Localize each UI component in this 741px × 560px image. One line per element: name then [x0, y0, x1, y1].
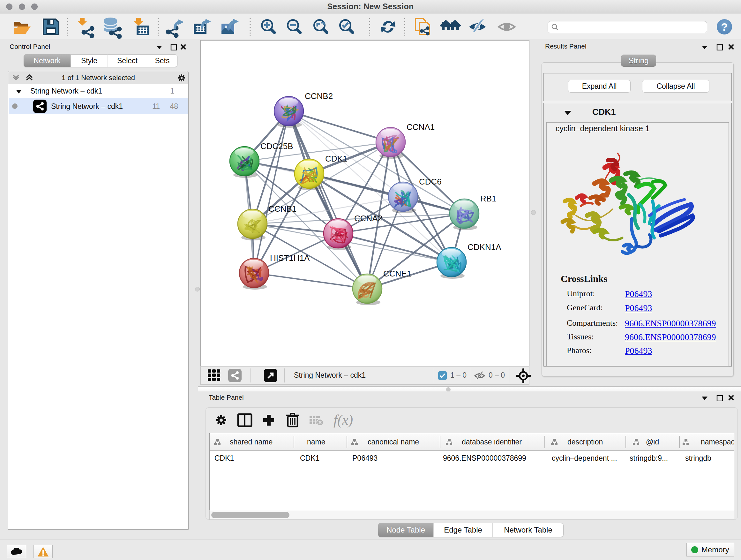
svg-text:namespace: namespace	[701, 438, 734, 446]
svg-text:name: name	[307, 438, 326, 446]
svg-text:CDK1: CDK1	[325, 154, 347, 164]
svg-text:database identifier: database identifier	[462, 438, 522, 446]
svg-text:HIST1H1A: HIST1H1A	[270, 253, 310, 263]
svg-text:RB1: RB1	[480, 194, 496, 203]
svg-text:CCNA2: CCNA2	[354, 213, 382, 223]
svg-text:CDC6: CDC6	[419, 177, 442, 186]
svg-text:canonical name: canonical name	[367, 438, 419, 446]
svg-text:f(x): f(x)	[333, 412, 353, 428]
svg-text:description: description	[567, 438, 603, 446]
svg-text:CCNE1: CCNE1	[383, 269, 411, 278]
svg-text:@id: @id	[646, 438, 659, 446]
svg-text:CCNB2: CCNB2	[305, 91, 333, 101]
svg-text:CDKN1A: CDKN1A	[468, 242, 501, 252]
svg-text:CCNB1: CCNB1	[268, 204, 296, 213]
svg-text:CDC25B: CDC25B	[260, 141, 293, 151]
svg-text:shared name: shared name	[230, 438, 273, 446]
svg-text:CCNA1: CCNA1	[407, 122, 434, 132]
